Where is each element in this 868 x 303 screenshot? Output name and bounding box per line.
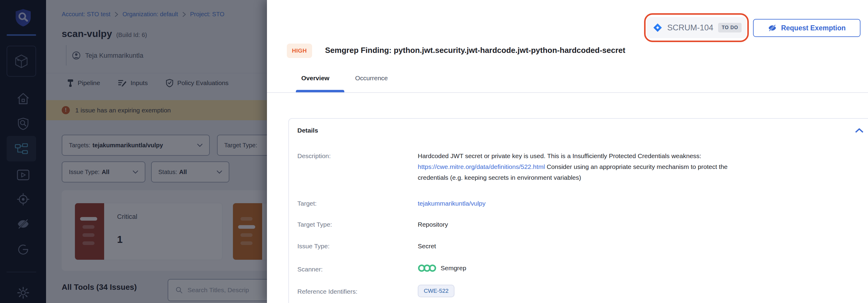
target-type-label: Target Type: [297,221,332,228]
request-exemption-label: Request Exemption [781,24,846,32]
reference-identifiers-label: Reference Identifiers: [297,288,358,295]
tab-overview[interactable]: Overview [301,74,329,82]
cwe-definition-link[interactable]: https://cwe.mitre.org/data/definitions/5… [418,163,545,170]
severity-high-badge: HIGH [287,43,312,58]
target-type-value: Repository [418,221,448,228]
issue-type-label: Issue Type: [297,243,330,250]
description-text: Hardcoded JWT secret or private key is u… [418,153,701,159]
description-value: Hardcoded JWT secret or private key is u… [418,150,731,183]
eye-off-icon [768,24,777,32]
target-link[interactable]: tejakummarikuntla/vulpy [418,200,486,207]
modal-dim-overlay[interactable] [0,0,267,303]
issue-type-value: Secret [418,243,436,250]
details-card: Details Description: Hardcoded JWT secre… [288,118,868,303]
description-label: Description: [297,153,331,160]
cwe-reference-chip[interactable]: CWE-522 [418,285,455,297]
scanner-label: Scanner: [297,266,323,273]
scanner-value: Semgrep [418,264,466,272]
target-label: Target: [297,200,317,207]
chevron-up-icon[interactable] [855,128,864,133]
divider [267,92,868,93]
details-heading: Details [297,127,318,134]
tab-occurrence[interactable]: Occurrence [355,74,388,82]
issue-title: Semgrep Finding: python.jwt.security.jwt… [325,46,625,55]
request-exemption-button[interactable]: Request Exemption [753,19,861,37]
scanner-name: Semgrep [441,265,466,272]
app-root: Account: STO test Organization: default … [0,0,868,303]
annotation-highlight-box [644,13,749,42]
semgrep-logo-icon [418,264,436,272]
issue-detail-drawer: SCRUM-104 TO DO Request Exemption HIGH S… [267,0,868,303]
